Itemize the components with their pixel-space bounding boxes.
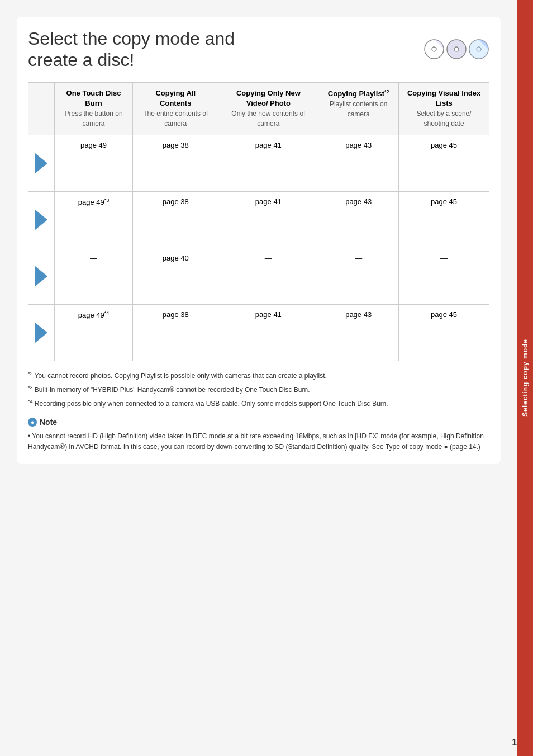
- col-header-one-touch: One Touch Disc Burn Press the button on …: [55, 82, 133, 135]
- arrow-cell-3: [28, 248, 55, 304]
- row1-col2: page 38: [133, 135, 218, 191]
- disc-icon-1: [423, 39, 445, 60]
- col-header-copying-only: Copying Only New Video/ Photo Only the n…: [218, 82, 318, 135]
- col-header-copying-playlist: Copying Playlist*2 Playlist contents on …: [318, 82, 399, 135]
- arrow-cell-1: [28, 135, 55, 191]
- row2-col5: page 45: [399, 191, 489, 248]
- svg-point-1: [432, 47, 436, 51]
- note-title: ● Note: [28, 418, 489, 427]
- col-header-copying-visual: Copying Visual Index Lists Select by a s…: [399, 82, 489, 135]
- row1-col4: page 43: [318, 135, 399, 191]
- disc-icons: [423, 39, 489, 60]
- table-row: page 49*4 page 38 page 41 page 43 page 4…: [28, 304, 489, 361]
- row2-col3: page 41: [218, 191, 318, 248]
- row3-col5: —: [399, 248, 489, 304]
- row4-col5: page 45: [399, 304, 489, 361]
- side-tab: Selecting copy mode: [517, 0, 533, 756]
- copy-mode-table: One Touch Disc Burn Press the button on …: [28, 82, 489, 361]
- row1-col1: page 49: [55, 135, 133, 191]
- header-section: Select the copy mode and create a disc!: [28, 28, 489, 71]
- arrow-icon-4: [35, 323, 47, 343]
- arrow-icon-1: [35, 153, 47, 173]
- arrow-icon-2: [35, 210, 47, 230]
- arrow-cell-2: [28, 191, 55, 248]
- footnotes: *2 You cannot record photos. Copying Pla…: [28, 370, 489, 410]
- row3-col2: page 40: [133, 248, 218, 304]
- arrow-icon-3: [35, 266, 47, 286]
- main-content: Select the copy mode and create a disc!: [0, 0, 517, 756]
- row4-col1: page 49*4: [55, 304, 133, 361]
- row3-col1: —: [55, 248, 133, 304]
- row3-col4: —: [318, 248, 399, 304]
- arrow-cell-4: [28, 304, 55, 361]
- note-text: • You cannot record HD (High Definition)…: [28, 431, 489, 452]
- row3-col3: —: [218, 248, 318, 304]
- footnote-3: *3 Built-in memory of "HYBRID Plus" Hand…: [28, 384, 489, 395]
- note-section: ● Note • You cannot record HD (High Defi…: [28, 418, 489, 452]
- row2-col2: page 38: [133, 191, 218, 248]
- content-box: Select the copy mode and create a disc!: [17, 17, 501, 464]
- footnote-2: *2 You cannot record photos. Copying Pla…: [28, 370, 489, 381]
- disc-icon-3: [468, 39, 489, 60]
- row4-col4: page 43: [318, 304, 399, 361]
- footnote-4: *4 Recording possible only when connecte…: [28, 398, 489, 409]
- page-wrapper: Select the copy mode and create a disc!: [0, 0, 533, 756]
- table-row: page 49 page 38 page 41 page 43 page 45: [28, 135, 489, 191]
- table-row: page 49*3 page 38 page 41 page 43 page 4…: [28, 191, 489, 248]
- page-title: Select the copy mode and create a disc!: [28, 28, 412, 71]
- svg-point-3: [454, 47, 459, 51]
- disc-icon-2: [446, 39, 467, 60]
- row1-col5: page 45: [399, 135, 489, 191]
- row4-col2: page 38: [133, 304, 218, 361]
- side-tab-label: Selecting copy mode: [521, 339, 529, 417]
- row2-col1: page 49*3: [55, 191, 133, 248]
- col-header-copying-all: Copying All Contents The entire contents…: [133, 82, 218, 135]
- row-type-header: [28, 82, 55, 135]
- table-row: — page 40 — — —: [28, 248, 489, 304]
- row2-col4: page 43: [318, 191, 399, 248]
- row4-col3: page 41: [218, 304, 318, 361]
- note-icon: ●: [28, 418, 37, 427]
- row1-col3: page 41: [218, 135, 318, 191]
